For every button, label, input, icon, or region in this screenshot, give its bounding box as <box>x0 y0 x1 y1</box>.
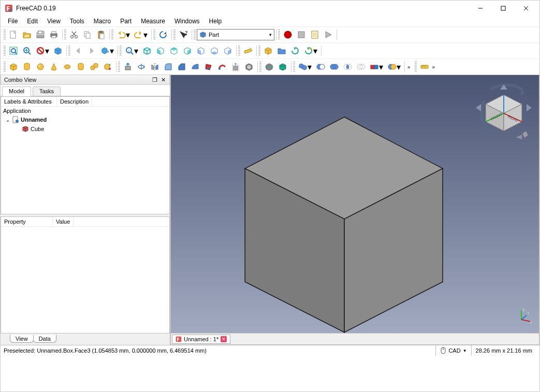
toolbar-grip[interactable] <box>120 46 122 56</box>
view-bottom-button[interactable] <box>208 44 221 57</box>
link-nav-button[interactable]: ▾ <box>98 44 116 57</box>
close-button[interactable] <box>515 1 537 16</box>
view-front-button[interactable] <box>154 44 167 57</box>
toolbar-grip[interactable] <box>4 46 6 56</box>
menu-tools[interactable]: Tools <box>66 17 89 26</box>
toolbar-grip[interactable] <box>278 30 280 40</box>
toolbar-grip[interactable] <box>64 30 66 40</box>
toolbar-overflow[interactable]: » <box>406 64 412 70</box>
toolbar-grip[interactable] <box>293 62 295 72</box>
primitives-button[interactable] <box>87 60 101 74</box>
open-button[interactable] <box>20 28 34 41</box>
toolbar-grip[interactable] <box>238 46 240 56</box>
cut-button[interactable] <box>67 28 81 41</box>
sweep-button[interactable] <box>215 60 229 74</box>
toolbar-grip[interactable] <box>4 62 6 72</box>
macro-list-button[interactable] <box>308 28 322 41</box>
fillet-button[interactable] <box>162 60 175 74</box>
toolbar-grip[interactable] <box>259 62 261 72</box>
revolve-button[interactable] <box>135 60 148 74</box>
menu-file[interactable]: File <box>4 17 22 26</box>
tree-node-cube[interactable]: Cube <box>1 124 169 134</box>
draw-style-button[interactable]: ▾ <box>34 44 51 57</box>
tree-node-document[interactable]: ⌄ Unnamed <box>1 115 169 124</box>
ruled-surface-button[interactable] <box>188 60 202 74</box>
tree-view[interactable]: Labels & Attributes Description Applicat… <box>1 96 170 214</box>
minimize-button[interactable] <box>469 1 492 16</box>
property-view[interactable]: Property Value <box>1 216 170 333</box>
measure-linear-button[interactable] <box>418 60 431 74</box>
view-top-button[interactable] <box>167 44 181 57</box>
toolbar-grip[interactable] <box>118 62 120 72</box>
menu-view[interactable]: View <box>43 17 65 26</box>
box-button[interactable] <box>7 60 20 74</box>
undo-button[interactable]: ▾ <box>114 28 132 41</box>
tab-model[interactable]: Model <box>2 86 31 96</box>
tube-button[interactable] <box>74 60 87 74</box>
isometric-button[interactable]: +▾ <box>123 44 140 57</box>
extrude-button[interactable] <box>121 60 135 74</box>
boolean-cut-button[interactable] <box>314 60 327 74</box>
nav-back-button[interactable] <box>71 44 85 57</box>
view-left-button[interactable] <box>221 44 235 57</box>
offset-button[interactable] <box>229 60 242 74</box>
workbench-selector[interactable]: Part ▾ <box>197 29 274 40</box>
view-iso-button[interactable] <box>140 44 154 57</box>
boolean-intersect-button[interactable] <box>341 60 354 74</box>
view-rear-button[interactable] <box>194 44 208 57</box>
toolbar-overflow[interactable]: » <box>431 64 436 70</box>
shapebuilder-button[interactable] <box>101 60 114 74</box>
paste-button[interactable] <box>94 28 108 41</box>
menu-macro[interactable]: Macro <box>90 17 115 26</box>
new-button[interactable] <box>7 28 20 41</box>
navigation-cube[interactable]: FRONT RIGHT <box>473 79 535 141</box>
cross-sections-button[interactable] <box>276 60 289 74</box>
maximize-button[interactable] <box>492 1 515 16</box>
menu-help[interactable]: Help <box>205 17 226 26</box>
measure-distance-button[interactable] <box>241 44 255 57</box>
tree-col-description[interactable]: Description <box>57 97 92 106</box>
torus-button[interactable] <box>61 60 74 74</box>
loft-button[interactable] <box>202 60 215 74</box>
sphere-button[interactable] <box>34 60 47 74</box>
redo-button[interactable]: ▾ <box>132 28 150 41</box>
menu-edit[interactable]: Edit <box>23 17 42 26</box>
close-document-button[interactable]: ✕ <box>221 336 227 342</box>
3d-viewport[interactable]: FRONT RIGHT Z Y X Unnamed : 1* ✕ <box>170 75 539 345</box>
nav-style-selector[interactable]: CAD ▼ <box>435 345 471 356</box>
tab-tasks[interactable]: Tasks <box>33 86 61 96</box>
refresh-button[interactable] <box>156 28 170 41</box>
join-button[interactable]: ▾ <box>368 60 385 74</box>
mirror-button[interactable] <box>148 60 162 74</box>
macro-stop-button[interactable] <box>295 28 308 41</box>
part-create-button[interactable] <box>261 44 275 57</box>
link-make-button[interactable] <box>288 44 302 57</box>
thickness-button[interactable] <box>242 60 256 74</box>
toolbar-grip[interactable] <box>68 46 70 56</box>
toolbar-grip[interactable] <box>258 46 260 56</box>
bounding-box-button[interactable] <box>51 44 65 57</box>
compound-button[interactable]: ▾ <box>296 60 314 74</box>
menu-measure[interactable]: Measure <box>137 17 169 26</box>
menu-part[interactable]: Part <box>116 17 136 26</box>
document-tab[interactable]: Unnamed : 1* ✕ <box>172 335 230 344</box>
print-button[interactable] <box>47 28 61 41</box>
prop-col-value[interactable]: Value <box>53 217 74 226</box>
toolbar-grip[interactable] <box>111 30 113 40</box>
link-actions-button[interactable]: ▾ <box>302 44 319 57</box>
toolbar-grip[interactable] <box>4 30 6 40</box>
menu-windows[interactable]: Windows <box>170 17 204 26</box>
nav-forward-button[interactable] <box>85 44 98 57</box>
toolbar-grip[interactable] <box>415 62 417 72</box>
panel-close-button[interactable]: ✕ <box>160 77 166 83</box>
tab-data[interactable]: Data <box>33 335 56 343</box>
fit-selection-button[interactable] <box>20 44 34 57</box>
expand-toggle[interactable]: ⌄ <box>5 117 10 123</box>
prop-col-property[interactable]: Property <box>1 217 53 226</box>
boolean-union-button[interactable] <box>327 60 341 74</box>
tree-node-application[interactable]: Application <box>1 107 169 115</box>
fit-all-button[interactable] <box>7 44 20 57</box>
section-button[interactable] <box>262 60 276 74</box>
chamfer-button[interactable] <box>175 60 188 74</box>
group-create-button[interactable] <box>275 44 288 57</box>
